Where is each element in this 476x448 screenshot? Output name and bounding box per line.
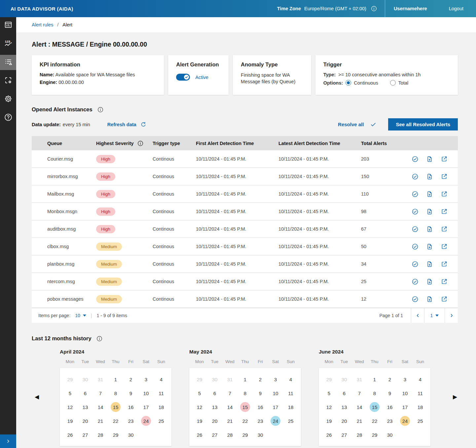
day-name: Mon — [62, 359, 78, 368]
severity-badge: Medium — [96, 260, 122, 268]
calendar-day-number: 23 — [255, 416, 265, 426]
calendar-day-number: 14 — [95, 402, 105, 412]
latest-detection-cell: 10/11/2024 - 01:45 P.M. — [278, 209, 361, 214]
open-alert-icon[interactable] — [441, 191, 448, 198]
severity-badge: High — [96, 225, 115, 233]
current-page-select[interactable]: 1 — [424, 308, 445, 323]
open-alert-icon[interactable] — [441, 208, 448, 215]
radio-total[interactable] — [390, 80, 396, 86]
calendar-day: 12 — [192, 400, 207, 414]
open-alert-icon[interactable] — [441, 278, 448, 285]
sidebar-expand-button[interactable] — [0, 434, 16, 448]
anomaly-type-description: Finishing space for WA Message files (by… — [241, 72, 300, 85]
first-detection-cell: 10/11/2024 - 01:45 P.M. — [196, 156, 278, 162]
calendar-month-title: June 2024 — [319, 349, 430, 357]
resolve-alert-icon[interactable] — [412, 296, 419, 303]
radio-total-label: Total — [398, 80, 409, 86]
open-alert-icon[interactable] — [441, 226, 448, 233]
queue-cell: clbox.msg — [47, 244, 96, 249]
sidebar-item-setup[interactable] — [0, 73, 16, 89]
app-root: AI DATA ADVISOR (AIDA) Time Zone Europe/… — [0, 0, 476, 448]
calendar-day: 18 — [413, 400, 428, 414]
alert-report-icon[interactable] — [426, 191, 433, 198]
next-page-button[interactable] — [445, 308, 458, 323]
calendar-day-number: 7 — [225, 388, 235, 398]
calendar-day: 9 — [382, 386, 397, 400]
resolve-alert-icon[interactable] — [412, 208, 419, 215]
calendar-day-number: 5 — [324, 388, 334, 398]
sidebar-item-dashboard[interactable] — [0, 18, 16, 33]
resolve-alert-icon[interactable] — [412, 191, 419, 198]
alert-report-icon[interactable] — [426, 156, 433, 163]
open-alert-icon[interactable] — [441, 243, 448, 250]
calendar-day: 8 — [108, 386, 123, 400]
sidebar-item-kpi[interactable]: 123 — [0, 36, 16, 52]
items-per-page-select[interactable]: 10 — [75, 313, 86, 318]
alert-generation-toggle[interactable] — [176, 74, 190, 81]
calendar-day: 10 — [268, 386, 283, 400]
radio-continuous[interactable] — [346, 80, 351, 86]
alert-report-icon[interactable] — [426, 226, 433, 233]
calendar-day-number: 16 — [385, 402, 395, 412]
history-info-icon[interactable] — [96, 336, 102, 342]
queue-cell: mirrorbox.msg — [47, 174, 96, 179]
calendar-day-number: 18 — [286, 402, 296, 412]
calendar-day: 1 — [238, 372, 253, 386]
calendar-day: 25 — [413, 414, 428, 428]
calendar-day-number: 28 — [354, 430, 364, 440]
see-all-resolved-alerts-button[interactable]: See all Resolved Alerts — [388, 118, 458, 131]
resolve-alert-icon[interactable] — [412, 173, 419, 180]
timezone-info-icon[interactable] — [371, 6, 377, 12]
breadcrumb-alert-rules-link[interactable]: Alert rules — [32, 22, 53, 27]
resolve-alert-icon[interactable] — [412, 226, 419, 233]
resolve-all-button[interactable]: Resolve all — [338, 122, 376, 128]
calendar-day: 27 — [78, 428, 93, 442]
sidebar-item-alert-rules[interactable] — [0, 55, 16, 70]
calendar-previous-button[interactable]: ◀ — [35, 393, 39, 400]
day-name: Fri — [253, 359, 268, 368]
alert-report-icon[interactable] — [426, 243, 433, 250]
calendar-day-number: 11 — [156, 388, 166, 398]
sidebar-item-settings[interactable] — [0, 92, 16, 107]
open-alert-icon[interactable] — [441, 173, 448, 180]
resolve-alert-icon[interactable] — [412, 261, 419, 268]
header-queue: Queue — [47, 141, 96, 146]
day-name: Fri — [123, 359, 138, 368]
calendar-day: 15 — [367, 400, 382, 414]
calendar-day: 4 — [283, 372, 298, 386]
calendar-day-number: 30 — [339, 374, 349, 384]
day-name: Mon — [192, 359, 207, 368]
username[interactable]: Usernamehere — [394, 6, 427, 11]
calendar-day: 18 — [283, 400, 298, 414]
alert-report-icon[interactable] — [426, 173, 433, 180]
open-alert-icon[interactable] — [441, 261, 448, 268]
alert-report-icon[interactable] — [426, 278, 433, 285]
calendar-next-button[interactable]: ▶ — [453, 393, 457, 400]
alert-report-icon[interactable] — [426, 208, 433, 215]
alert-report-icon[interactable] — [426, 261, 433, 268]
resolve-alert-icon[interactable] — [412, 278, 419, 285]
opened-alerts-info-icon[interactable] — [97, 107, 103, 113]
logout-button[interactable]: Logout — [449, 6, 463, 11]
severity-info-icon[interactable] — [137, 140, 143, 146]
resolve-alert-icon[interactable] — [412, 156, 419, 163]
header-first-detection: First Alert Detection Time — [196, 141, 278, 146]
calendar-day-number: 30 — [210, 374, 220, 384]
calendar-day: 20 — [78, 414, 93, 428]
trigger-type-cell: Continous — [153, 261, 196, 267]
refresh-data-button[interactable]: Refresh data — [107, 122, 146, 128]
calendar-day: 29 — [321, 372, 337, 386]
previous-page-button[interactable] — [411, 308, 424, 323]
calendar-day-number: 16 — [126, 402, 136, 412]
open-alert-icon[interactable] — [441, 296, 448, 303]
severity-cell: Medium — [96, 295, 153, 303]
refresh-data-label: Refresh data — [107, 122, 136, 127]
alert-report-icon[interactable] — [426, 296, 433, 303]
current-page-value: 1 — [430, 313, 433, 318]
sidebar-item-help[interactable] — [0, 110, 16, 126]
pagination-pipe: | — [91, 313, 92, 318]
calendar-day: 17 — [138, 400, 154, 414]
resolve-alert-icon[interactable] — [412, 243, 419, 250]
open-alert-icon[interactable] — [441, 156, 448, 163]
calendar-day: 24 — [397, 414, 413, 428]
